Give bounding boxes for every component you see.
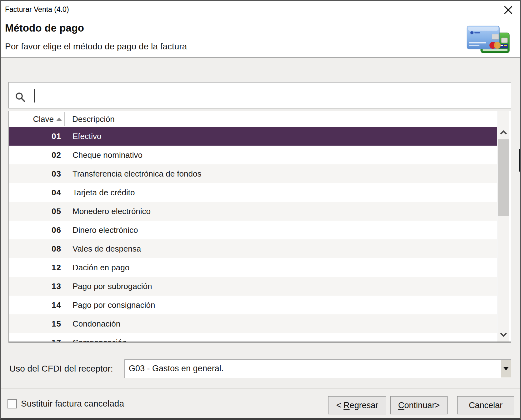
chevron-up-icon xyxy=(500,130,507,136)
scrollbar-thumb[interactable] xyxy=(498,139,509,216)
row-descripcion: Compensación xyxy=(64,338,127,343)
cfdi-label: Uso del CFDI del receptor: xyxy=(9,359,113,378)
row-clave: 03 xyxy=(9,169,64,179)
scroll-up-button[interactable] xyxy=(498,128,509,139)
search-box xyxy=(8,82,511,108)
window-title: Facturar Venta (4.0) xyxy=(5,5,69,14)
row-clave: 05 xyxy=(9,207,64,216)
sort-ascending-icon xyxy=(56,118,62,121)
row-descripcion: Pago por consignación xyxy=(64,300,155,310)
search-input[interactable] xyxy=(33,87,508,104)
column-header-clave-label: Clave xyxy=(33,114,54,124)
row-descripcion: Condonación xyxy=(64,319,120,329)
row-descripcion: Dación en pago xyxy=(64,263,129,272)
cfdi-dropdown-button[interactable] xyxy=(501,360,511,378)
table-row[interactable]: 05 Monedero electrónico xyxy=(9,202,497,221)
table-body: 01 Efectivo 02 Cheque nominativo 03 Tran… xyxy=(9,127,497,342)
close-button[interactable] xyxy=(503,5,514,16)
payment-method-table: Clave Descripción 01 Efectivo 02 Cheque … xyxy=(8,111,511,342)
cancelar-button[interactable]: Cancelar xyxy=(457,396,514,414)
column-header-descripcion[interactable]: Descripción xyxy=(64,114,115,124)
vertical-scrollbar[interactable] xyxy=(498,111,509,342)
cfdi-select[interactable]: G03 - Gastos en general. xyxy=(124,359,511,378)
row-clave: 08 xyxy=(9,244,64,254)
table-row[interactable]: 02 Cheque nominativo xyxy=(9,146,497,164)
row-clave: 02 xyxy=(9,150,64,160)
window-edge-artifact xyxy=(519,149,521,172)
row-descripcion: Transferencia electrónica de fondos xyxy=(64,169,201,179)
footer-divider xyxy=(1,388,520,389)
column-header-clave[interactable]: Clave xyxy=(9,114,64,124)
row-descripcion: Vales de despensa xyxy=(64,244,141,254)
row-clave: 15 xyxy=(9,319,64,329)
table-row[interactable]: 04 Tarjeta de crédito xyxy=(9,183,497,202)
chevron-down-icon xyxy=(500,332,507,338)
column-separator xyxy=(64,112,65,126)
sustituir-factura-label: Sustituir factura cancelada xyxy=(21,398,124,409)
row-clave: 13 xyxy=(9,282,64,291)
regresar-button[interactable]: < Regresar xyxy=(328,396,386,414)
dialog-header: Facturar Venta (4.0) Método de pago Por … xyxy=(1,1,520,58)
scroll-down-button[interactable] xyxy=(498,330,509,341)
table-row[interactable]: 12 Dación en pago xyxy=(9,258,497,277)
table-row[interactable]: 01 Efectivo xyxy=(9,127,497,146)
table-row[interactable]: 14 Pago por consignación xyxy=(9,296,497,314)
row-descripcion: Tarjeta de crédito xyxy=(64,188,135,198)
credit-cards-icon xyxy=(464,22,511,55)
row-clave: 04 xyxy=(9,188,64,198)
sustituir-factura-checkbox[interactable] xyxy=(8,399,17,408)
page-title: Método de pago xyxy=(5,22,84,34)
row-clave: 12 xyxy=(9,263,64,272)
chevron-down-icon xyxy=(503,367,508,370)
row-descripcion: Dinero electrónico xyxy=(64,225,138,235)
table-row[interactable]: 15 Condonación xyxy=(9,314,497,333)
table-row[interactable]: 08 Vales de despensa xyxy=(9,239,497,258)
table-row[interactable]: 13 Pago por subrogación xyxy=(9,277,497,296)
search-icon xyxy=(15,92,26,104)
continuar-button[interactable]: Continuar> xyxy=(390,396,448,414)
row-clave: 17 xyxy=(9,338,64,343)
facturar-venta-dialog: Facturar Venta (4.0) Método de pago Por … xyxy=(0,0,521,420)
row-descripcion: Cheque nominativo xyxy=(64,150,143,160)
table-header-row: Clave Descripción xyxy=(9,111,497,127)
row-clave: 14 xyxy=(9,300,64,310)
row-descripcion: Efectivo xyxy=(64,132,102,141)
row-descripcion: Monedero electrónico xyxy=(64,207,151,216)
table-row[interactable]: 17 Compensación xyxy=(9,333,497,342)
row-descripcion: Pago por subrogación xyxy=(64,282,152,291)
table-row[interactable]: 06 Dinero electrónico xyxy=(9,221,497,239)
table-row[interactable]: 03 Transferencia electrónica de fondos xyxy=(9,164,497,183)
page-subtitle: Por favor elige el método de pago de la … xyxy=(5,42,187,52)
close-icon xyxy=(503,5,513,16)
row-clave: 06 xyxy=(9,225,64,235)
cfdi-selected-value: G03 - Gastos en general. xyxy=(129,360,223,378)
row-clave: 01 xyxy=(9,132,64,141)
